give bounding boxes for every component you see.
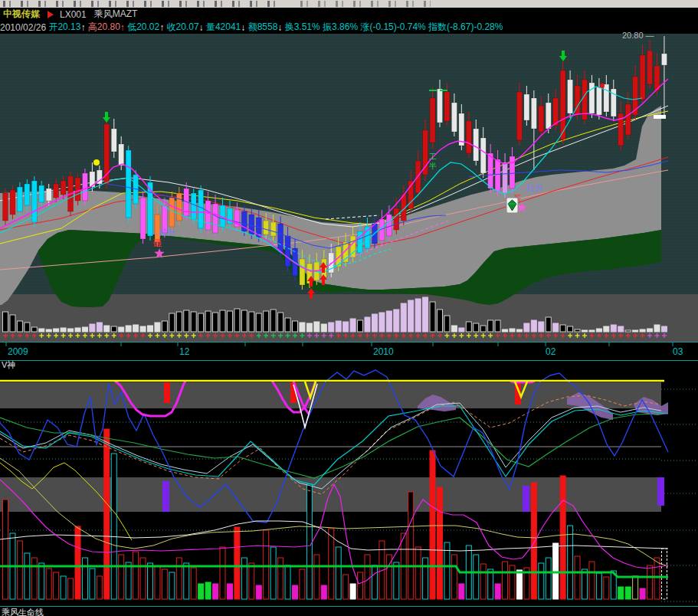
info-field: ↓ [199,22,206,33]
info-field: ↓ [241,22,247,33]
info-field: 收20.07 [167,21,199,34]
toolbar-icons-strip[interactable] [3,1,279,7]
info-field: 涨(-0.15)-0.74% [360,21,428,34]
info-field: 指数(-8.67)-0.28% [428,21,503,34]
info-field: ↑ [80,22,87,33]
info-field: ↑ [120,22,127,33]
axis-label: 03 [673,346,683,357]
high-price-label: 20.80 — [622,31,654,40]
quote-info-bar: 2010/02/26 开20.13↑ 高20.80↑ 低20.02↑ 收20.0… [0,21,698,34]
info-field: 低20.02 [127,21,159,34]
flag-icon [48,11,54,18]
chart-annotation: 工 [429,152,437,161]
info-field: 振3.86% [323,21,360,34]
signal-dot [93,159,100,165]
lower-panel-label[interactable]: V神 [2,359,15,371]
stock-name: 中视传媒 [3,8,40,21]
axis-label: 2010 [373,346,394,357]
toolbar-icons-strip-2[interactable] [300,1,431,7]
chart-annotation: 砸 [153,238,162,247]
current-price-dash [654,115,666,119]
chart-annotation: ←拉升 [518,183,543,192]
info-field: ↑ [159,22,166,33]
axis-label: 02 [546,346,556,357]
signal-dot [600,84,605,88]
info-field: 高20.80 [88,21,120,34]
trading-app-window: { "title_bar": { "stock_name": "中视传媒", "… [0,0,698,616]
info-field: 2010/02/26 [0,22,48,33]
chart-canvas[interactable]: 20091220100203←拉升砸←拉升买工半 [0,0,698,616]
chart-annotation: 半 [428,162,437,170]
indicator-name: 乘风MAZT [94,8,138,21]
axis-label: 12 [179,346,190,357]
bottom-panel-label[interactable]: 乘风生命线 [2,607,44,616]
info-field: 量42041 [206,21,241,34]
info-field: 开20.13 [48,21,80,34]
chart-annotation: ←拉升 [150,228,175,237]
stock-code: LX001 [60,9,87,20]
title-bar: 中视传媒 LX001 乘风MAZT [0,8,698,21]
info-field: 换3.51% [285,21,323,34]
info-field: 额8558 [248,21,278,34]
axis-label: 2009 [8,346,28,357]
info-field: ↓ [277,22,284,33]
